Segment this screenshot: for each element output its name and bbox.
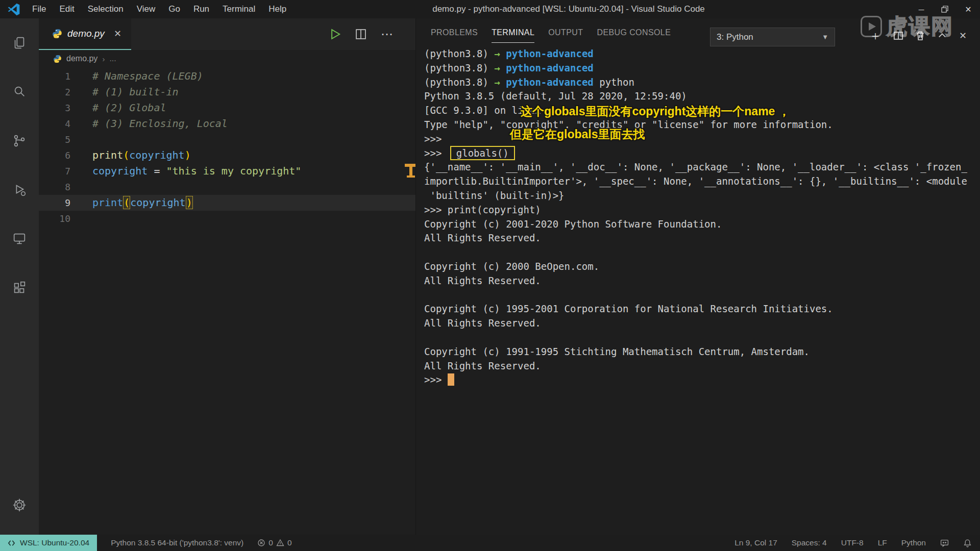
menu-go[interactable]: Go: [162, 0, 187, 18]
terminal-line-13: Copyright (c) 2001-2020 Python Software …: [424, 217, 980, 232]
indentation[interactable]: Spaces: 4: [792, 538, 827, 547]
code-line-1: 1# Namespace (LEGB): [39, 68, 415, 84]
terminal-line-7: >>>: [424, 132, 980, 146]
editor-actions: ⋯: [330, 18, 394, 50]
search-icon[interactable]: [0, 67, 39, 116]
line-number: 5: [39, 132, 70, 147]
terminal-dropdown-value: 3: Python: [717, 32, 753, 42]
close-button[interactable]: ✕: [957, 0, 980, 18]
more-actions-button[interactable]: ⋯: [381, 27, 394, 41]
error-icon: [257, 539, 265, 547]
terminal-line-14: All Rights Reserved.: [424, 231, 980, 245]
panel-actions: ＋ ✕: [869, 28, 967, 44]
cursor-position[interactable]: Ln 9, Col 17: [734, 538, 777, 547]
feedback-icon: [940, 539, 949, 547]
terminal-line-20: All Rights Reserved.: [424, 316, 980, 331]
tab-label: demo.py: [67, 28, 105, 39]
terminal-line-16: Copyright (c) 2000 BeOpen.com.: [424, 260, 980, 274]
python-file-icon: [53, 55, 62, 63]
python-file-icon: [52, 29, 62, 39]
terminal-line-18: [424, 288, 980, 303]
terminal-line-6: Type "help", "copyright", "credits" or "…: [424, 118, 980, 132]
terminal-line-15: [424, 245, 980, 260]
status-bar: WSL: Ubuntu-20.04 Python 3.8.5 64-bit ('…: [0, 535, 980, 551]
terminal-cursor: [448, 373, 454, 386]
title-bar: FileEditSelectionViewGoRunTerminalHelp d…: [0, 0, 980, 18]
settings-gear-icon[interactable]: [0, 481, 39, 530]
terminal-line-11: 'builtins' (built-in)>}: [424, 189, 980, 203]
line-number: 7: [39, 163, 70, 179]
annotation-lookup-in-globals: 但是它在globals里面去找: [510, 127, 645, 142]
terminal-line-23: All Rights Reserved.: [424, 359, 980, 373]
explorer-icon[interactable]: [0, 18, 39, 67]
remote-icon: [8, 539, 15, 547]
run-debug-icon[interactable]: [0, 165, 39, 214]
remote-indicator[interactable]: WSL: Ubuntu-20.04: [0, 535, 97, 551]
code-line-3: 3# (2) Global: [39, 100, 415, 116]
code-line-7: 7copyright = "this is my copyright": [39, 163, 415, 179]
panel-tab-debug-console[interactable]: DEBUG CONSOLE: [597, 28, 671, 43]
split-terminal-button[interactable]: [893, 31, 903, 41]
eol-sequence[interactable]: LF: [878, 538, 887, 547]
tab-demo-py[interactable]: demo.py ✕: [39, 18, 131, 50]
panel: PROBLEMSTERMINALOUTPUTDEBUG CONSOLE 3: P…: [415, 18, 980, 535]
python-interpreter[interactable]: Python 3.8.5 64-bit ('python3.8': venv): [111, 538, 243, 547]
maximize-panel-button[interactable]: [937, 31, 947, 41]
split-editor-icon: [355, 29, 366, 40]
terminal-line-17: All Rights Reserved.: [424, 274, 980, 288]
problems-status[interactable]: 0 0: [257, 538, 291, 547]
menu-view[interactable]: View: [130, 0, 162, 18]
breadcrumb[interactable]: demo.py › ...: [39, 50, 415, 67]
terminal-line-12: >>> print(copyright): [424, 203, 980, 217]
window-title: demo.py - python-advanced [WSL: Ubuntu-2…: [432, 4, 705, 14]
feedback-button[interactable]: [940, 539, 949, 547]
panel-tab-problems[interactable]: PROBLEMS: [431, 28, 478, 43]
tab-close-icon[interactable]: ✕: [114, 28, 121, 39]
extensions-icon[interactable]: [0, 263, 39, 312]
encoding[interactable]: UTF-8: [841, 538, 864, 547]
vscode-window: FileEditSelectionViewGoRunTerminalHelp d…: [0, 0, 980, 551]
breadcrumb-file: demo.py: [66, 54, 97, 63]
line-number: 2: [39, 84, 70, 100]
restore-icon: [941, 6, 948, 13]
warning-icon: [276, 539, 284, 547]
new-terminal-button[interactable]: ＋: [869, 28, 881, 44]
terminal-output[interactable]: (python3.8) → python-advanced(python3.8)…: [424, 47, 980, 535]
line-number: 6: [39, 147, 70, 163]
panel-tab-terminal[interactable]: TERMINAL: [492, 28, 534, 43]
menu-file[interactable]: File: [26, 0, 53, 18]
menu-terminal[interactable]: Terminal: [216, 0, 262, 18]
terminal-line-21: [424, 331, 980, 345]
terminal-line-19: Copyright (c) 1995-2001 Corporation for …: [424, 302, 980, 316]
remote-explorer-icon[interactable]: [0, 214, 39, 263]
notifications-bell-button[interactable]: [963, 539, 972, 547]
code-line-2: 2# (1) built-in: [39, 84, 415, 100]
terminal-line-24: >>>: [424, 373, 980, 387]
close-panel-button[interactable]: ✕: [959, 30, 967, 41]
source-control-icon[interactable]: [0, 116, 39, 165]
split-editor-button[interactable]: [355, 29, 366, 40]
code-line-6: 6print(copyright): [39, 147, 415, 163]
panel-tab-output[interactable]: OUTPUT: [548, 28, 583, 43]
menu-help[interactable]: Help: [262, 0, 293, 18]
ibeam-pointer-marker: [405, 164, 415, 178]
chevron-down-icon: ▼: [822, 33, 828, 41]
run-python-file-button[interactable]: [330, 29, 341, 40]
error-count: 0: [268, 538, 273, 547]
code-line-9: 9print(copyright): [39, 195, 415, 211]
restore-button[interactable]: [933, 0, 957, 18]
menu-bar: FileEditSelectionViewGoRunTerminalHelp: [26, 0, 293, 18]
line-number: 8: [39, 179, 70, 195]
terminal-line-22: Copyright (c) 1991-1995 Stichting Mathem…: [424, 345, 980, 359]
language-mode[interactable]: Python: [901, 538, 926, 547]
terminal-line-8: >>> globals(): [424, 146, 980, 161]
menu-selection[interactable]: Selection: [81, 0, 130, 18]
menu-run[interactable]: Run: [187, 0, 216, 18]
tab-bar: demo.py ✕ ⋯: [39, 18, 415, 50]
menu-edit[interactable]: Edit: [53, 0, 81, 18]
code-editor[interactable]: 1# Namespace (LEGB)2# (1) built-in3# (2)…: [39, 68, 415, 227]
minimize-button[interactable]: ─: [910, 0, 933, 18]
terminal-dropdown[interactable]: 3: Python ▼: [710, 28, 835, 46]
kill-terminal-button[interactable]: [915, 31, 925, 41]
line-number: 3: [39, 100, 70, 116]
